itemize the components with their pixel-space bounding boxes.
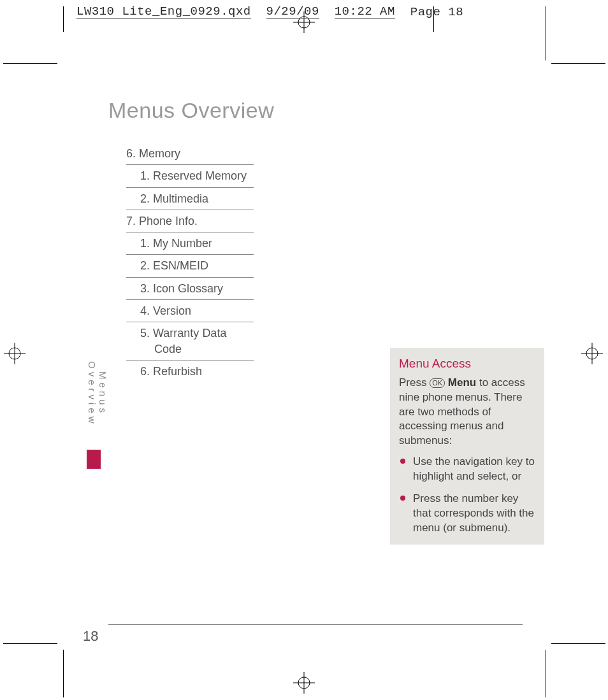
menu-sub-item: 5. Warranty Data Code — [126, 322, 254, 361]
footer-rule — [108, 624, 523, 625]
crop-mark — [63, 650, 64, 697]
crop-mark — [546, 650, 546, 697]
registration-mark-icon — [293, 672, 315, 694]
page-body: Menus Overview 6. Memory 1. Reserved Mem… — [64, 51, 548, 650]
slug-date: 9/29/09 — [266, 6, 319, 18]
registration-mark-icon — [581, 343, 603, 364]
side-tab-accent — [87, 450, 101, 469]
menu-sub-item: 3. Icon Glossary — [126, 278, 254, 300]
slug-page: Page 18 — [410, 5, 463, 19]
crop-mark — [3, 643, 57, 644]
menu-sub-item: 2. Multimedia — [126, 188, 254, 210]
ok-key-icon: OK — [430, 378, 445, 388]
callout-box: Menu Access Press OK Menu to access nine… — [390, 348, 544, 545]
callout-intro: Press OK Menu to access nine phone menus… — [399, 376, 537, 449]
menu-sub-item: 1. Reserved Memory — [126, 165, 254, 187]
crop-mark — [551, 643, 605, 644]
slug-file: LW310 Lite_Eng_0929.qxd — [76, 6, 251, 18]
page-title: Menus Overview — [108, 98, 548, 123]
menu-sub-item: 4. Version — [126, 300, 254, 322]
slug-line: LW310 Lite_Eng_0929.qxd 9/29/09 10:22 AM… — [76, 5, 442, 19]
menu-section-head: 7. Phone Info. — [126, 210, 254, 232]
menu-sub-item: 1. My Number — [126, 232, 254, 255]
crop-mark — [3, 63, 57, 64]
menu-section-head: 6. Memory — [126, 143, 254, 165]
crop-mark — [551, 63, 605, 64]
menu-sub-item: 6. Refurbish — [126, 361, 254, 382]
crop-mark — [63, 6, 64, 32]
callout-bullet: Press the number key that corresponds wi… — [399, 492, 537, 536]
callout-title: Menu Access — [399, 355, 537, 372]
slug-time: 10:22 AM — [335, 6, 395, 18]
callout-bullet: Use the navigation key to highlight and … — [399, 455, 537, 484]
side-tab-label: Menus Overview — [87, 343, 108, 445]
page-number: 18 — [83, 628, 98, 645]
callout-bullets: Use the navigation key to highlight and … — [399, 455, 537, 536]
menu-list: 6. Memory 1. Reserved Memory 2. Multimed… — [126, 143, 254, 382]
menu-sub-item: 2. ESN/MEID — [126, 255, 254, 277]
side-tab: Menus Overview — [87, 343, 101, 489]
registration-mark-icon — [4, 343, 25, 364]
